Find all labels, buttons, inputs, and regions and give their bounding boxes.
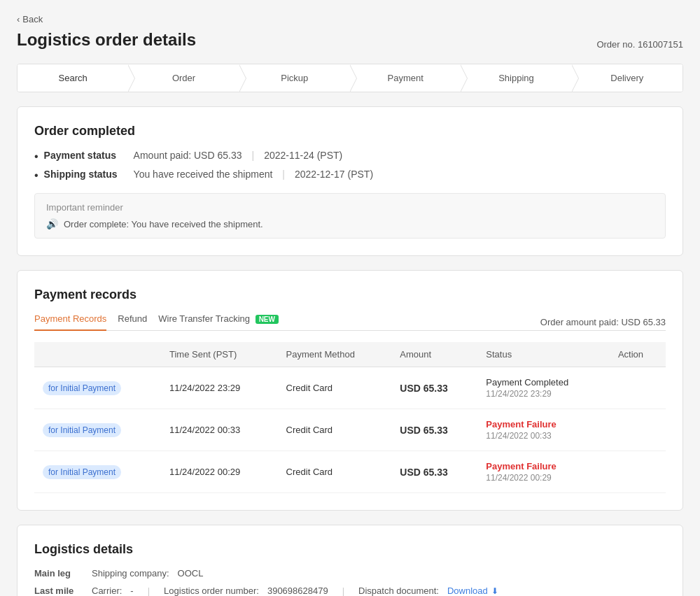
payment-status-item: Payment status Amount paid: USD 65.33 | …	[34, 150, 666, 163]
col-header-amount: Amount	[391, 342, 477, 367]
row-action	[610, 367, 666, 409]
new-badge: NEW	[255, 315, 279, 324]
table-row: for Initial Payment 11/24/2022 00:29 Cre…	[34, 451, 666, 493]
reminder-content: 🔊 Order complete: You have received the …	[46, 218, 654, 229]
last-mile-dispatch-label: Dispatch document:	[358, 586, 439, 596]
order-number: Order no. 161007151	[596, 39, 683, 50]
row-tag: for Initial Payment	[34, 367, 161, 409]
status-date: 11/24/2022 00:29	[486, 473, 601, 483]
status-date: 11/24/2022 23:29	[486, 389, 601, 399]
payment-status-date: 2022-11-24 (PST)	[264, 150, 342, 161]
logistics-details-card: Logistics details Main leg Shipping comp…	[17, 525, 683, 596]
row-amount: USD 65.33	[391, 451, 477, 493]
row-tag: for Initial Payment	[34, 451, 161, 493]
row-status: Payment Failure 11/24/2022 00:33	[477, 409, 610, 451]
main-leg-row: Main leg Shipping company: OOCL	[34, 568, 666, 579]
status-label: Payment Completed	[486, 377, 601, 388]
row-time: 11/24/2022 23:29	[161, 367, 278, 409]
main-leg-shipping-value: OOCL	[178, 568, 204, 579]
row-tag: for Initial Payment	[34, 409, 161, 451]
row-status: Payment Failure 11/24/2022 00:29	[477, 451, 610, 493]
row-method: Credit Card	[278, 367, 392, 409]
row-action	[610, 451, 666, 493]
table-header-row: Time Sent (PST) Payment Method Amount St…	[34, 342, 666, 367]
col-header-status: Status	[477, 342, 610, 367]
tab-refund[interactable]: Refund	[118, 313, 147, 331]
step-pickup[interactable]: Pickup	[239, 64, 350, 92]
row-time: 11/24/2022 00:29	[161, 451, 278, 493]
row-amount: USD 65.33	[391, 367, 477, 409]
order-completed-title: Order completed	[34, 124, 666, 139]
shipping-status-date: 2022-12-17 (PST)	[295, 169, 373, 180]
download-icon: ⬇	[491, 586, 498, 596]
last-mile-label: Last mile	[34, 586, 83, 596]
row-action	[610, 409, 666, 451]
payment-records-card: Payment records Payment Records Refund W…	[17, 270, 683, 511]
last-mile-order-label: Logistics order number:	[164, 586, 259, 596]
back-link[interactable]: ‹ Back	[17, 14, 683, 24]
tab-wire-transfer[interactable]: Wire Transfer Tracking NEW	[158, 313, 279, 331]
col-header-method: Payment Method	[278, 342, 392, 367]
status-date: 11/24/2022 00:33	[486, 431, 601, 441]
back-label: Back	[22, 14, 43, 24]
main-leg-label: Main leg	[34, 568, 83, 579]
step-payment[interactable]: Payment	[350, 64, 461, 92]
table-row: for Initial Payment 11/24/2022 00:33 Cre…	[34, 409, 666, 451]
status-list: Payment status Amount paid: USD 65.33 | …	[34, 150, 666, 182]
col-header-time: Time Sent (PST)	[161, 342, 278, 367]
col-header-tag	[34, 342, 161, 367]
payment-status-separator: |	[251, 150, 254, 161]
reminder-box: Important reminder 🔊 Order complete: You…	[34, 193, 666, 239]
payment-table: Time Sent (PST) Payment Method Amount St…	[34, 342, 666, 493]
shipping-status-separator: |	[282, 169, 285, 180]
payment-tag: for Initial Payment	[43, 381, 121, 395]
col-header-action: Action	[610, 342, 666, 367]
last-mile-row: Last mile Carrier: - | Logistics order n…	[34, 586, 666, 596]
row-time: 11/24/2022 00:33	[161, 409, 278, 451]
shipping-status-label: Shipping status	[44, 169, 128, 180]
step-order[interactable]: Order	[128, 64, 239, 92]
row-amount: USD 65.33	[391, 409, 477, 451]
logistics-details-title: Logistics details	[34, 542, 666, 557]
step-search[interactable]: Search	[18, 64, 128, 92]
table-row: for Initial Payment 11/24/2022 23:29 Cre…	[34, 367, 666, 409]
last-mile-sep2: |	[342, 586, 344, 596]
main-leg-shipping-label: Shipping company:	[92, 568, 169, 579]
step-delivery[interactable]: Delivery	[572, 64, 682, 92]
page-wrapper: ‹ Back Logistics order details Order no.…	[0, 0, 700, 596]
back-arrow-icon: ‹	[17, 14, 20, 24]
reminder-text: Order complete: You have received the sh…	[64, 219, 263, 229]
order-completed-card: Order completed Payment status Amount pa…	[17, 106, 683, 256]
payment-status-label: Payment status	[44, 150, 128, 161]
step-shipping[interactable]: Shipping	[461, 64, 571, 92]
last-mile-order-value: 390698628479	[267, 586, 328, 596]
payment-tag: for Initial Payment	[43, 423, 121, 437]
reminder-title: Important reminder	[46, 202, 654, 213]
page-title: Logistics order details	[17, 30, 196, 50]
steps-bar: Search Order Pickup Payment Shipping Del…	[17, 64, 683, 92]
row-status: Payment Completed 11/24/2022 23:29	[477, 367, 610, 409]
last-mile-carrier-label: Carrier:	[92, 586, 122, 596]
shipping-status-item: Shipping status You have received the sh…	[34, 169, 666, 182]
payment-tag: for Initial Payment	[43, 465, 121, 479]
payment-records-title: Payment records	[34, 288, 666, 302]
page-header: Logistics order details Order no. 161007…	[17, 30, 683, 50]
download-link[interactable]: Download ⬇	[447, 586, 498, 596]
tab-payment-records[interactable]: Payment Records	[34, 313, 106, 331]
last-mile-sep1: |	[148, 586, 150, 596]
shipping-status-value: You have received the shipment	[134, 169, 273, 180]
order-amount-paid: Order amount paid: USD 65.33	[540, 317, 666, 327]
last-mile-carrier-value: -	[130, 586, 133, 596]
speaker-icon: 🔊	[46, 218, 58, 229]
status-label: Payment Failure	[486, 461, 601, 471]
tabs-row: Payment Records Refund Wire Transfer Tra…	[34, 313, 666, 331]
status-label: Payment Failure	[486, 419, 601, 430]
row-method: Credit Card	[278, 409, 392, 451]
row-method: Credit Card	[278, 451, 392, 493]
payment-status-value: Amount paid: USD 65.33	[134, 150, 242, 161]
